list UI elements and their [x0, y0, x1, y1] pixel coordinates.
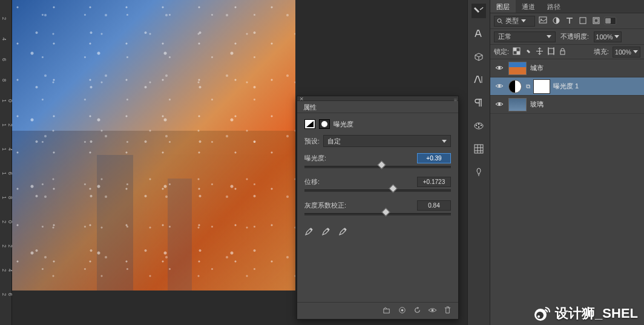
svg-point-33 — [498, 85, 501, 87]
visibility-toggle[interactable] — [494, 65, 505, 72]
opacity-dropdown[interactable]: 100% — [594, 31, 622, 42]
blend-mode-dropdown[interactable]: 正常 — [494, 31, 556, 42]
svg-point-36 — [536, 312, 544, 319]
chevron-down-icon — [547, 35, 551, 38]
weibo-logo-icon — [533, 304, 551, 323]
chevron-down-icon — [442, 140, 447, 143]
svg-point-37 — [537, 315, 540, 318]
chevron-down-icon — [521, 19, 526, 22]
svg-rect-11 — [475, 145, 483, 153]
lock-label: 锁定: — [494, 48, 509, 56]
tab-channels[interactable]: 通道 — [516, 0, 541, 13]
filter-type-icon[interactable] — [565, 16, 574, 26]
layer-name-label: 曝光度 1 — [553, 82, 579, 91]
lock-artboard-icon[interactable] — [547, 47, 555, 56]
eyedropper-gray-icon[interactable] — [321, 226, 331, 237]
layer-name-label: 玻璃 — [530, 100, 544, 109]
visibility-toggle[interactable] — [494, 101, 505, 108]
swatches-icon[interactable] — [472, 119, 486, 133]
layer-thumbnail — [508, 98, 527, 111]
filter-type-dropdown[interactable]: 类型 — [494, 16, 535, 27]
svg-point-32 — [498, 67, 501, 69]
eyedropper-black-icon[interactable] — [304, 226, 314, 237]
gamma-slider[interactable] — [304, 213, 451, 215]
svg-rect-31 — [560, 51, 565, 54]
svg-point-10 — [478, 126, 479, 128]
layer-thumbnail — [508, 62, 527, 75]
delete-icon[interactable] — [443, 306, 452, 316]
gamma-input[interactable] — [417, 200, 451, 211]
layer-row[interactable]: 城市 — [490, 59, 644, 77]
tips-icon[interactable] — [472, 165, 486, 179]
filter-shape-icon[interactable] — [579, 16, 587, 26]
view-previous-icon[interactable] — [398, 306, 407, 316]
layers-panel: 图层 通道 路径 类型 正常 不透明度: 100% 锁定: — [490, 0, 644, 325]
lock-position-icon[interactable] — [536, 47, 544, 56]
link-icon: ⧉ — [525, 83, 530, 90]
lock-transparent-icon[interactable] — [513, 47, 521, 56]
layer-row[interactable]: ⧉ 曝光度 1 — [490, 77, 644, 96]
filter-pixel-icon[interactable] — [539, 16, 547, 26]
exposure-slider-label: 曝光度: — [304, 154, 326, 163]
filter-adjust-icon[interactable] — [552, 16, 560, 26]
3d-tool-icon[interactable] — [472, 50, 486, 64]
chevron-down-icon — [614, 35, 619, 38]
canvas-document[interactable] — [12, 0, 295, 291]
layer-name-label: 城市 — [530, 64, 544, 73]
lock-pixels-icon[interactable] — [524, 47, 532, 56]
svg-point-3 — [401, 309, 404, 312]
grid-icon[interactable] — [472, 142, 486, 156]
layer-mask-icon — [319, 119, 330, 129]
layer-row[interactable]: 玻璃 — [490, 96, 644, 114]
svg-rect-26 — [513, 48, 517, 51]
fill-dropdown[interactable]: 100% — [613, 47, 640, 57]
eyedropper-white-icon[interactable] — [338, 226, 348, 237]
lock-all-icon[interactable] — [559, 47, 567, 56]
toggle-visibility-icon[interactable] — [428, 306, 437, 316]
align-left-icon[interactable] — [472, 73, 486, 87]
filter-smart-icon[interactable] — [592, 16, 600, 26]
svg-rect-27 — [516, 51, 520, 55]
svg-point-8 — [478, 123, 479, 125]
close-icon[interactable]: × — [300, 95, 303, 102]
watermark: 设计狮_SHEL — [533, 304, 638, 323]
tab-layers[interactable]: 图层 — [490, 0, 516, 13]
svg-line-18 — [501, 22, 503, 24]
tab-paths[interactable]: 路径 — [541, 0, 567, 13]
exposure-slider[interactable] — [304, 166, 451, 168]
preset-dropdown[interactable]: 自定 — [323, 135, 451, 147]
clip-to-layer-icon[interactable] — [383, 306, 392, 316]
panel-grip-icon[interactable]: ≡ — [454, 97, 456, 103]
offset-slider-label: 位移: — [304, 177, 320, 186]
mask-thumbnail — [534, 80, 550, 93]
actions-tool-icon[interactable] — [472, 4, 486, 18]
svg-point-17 — [498, 19, 501, 22]
svg-point-4 — [432, 309, 434, 312]
svg-rect-1 — [384, 309, 389, 314]
exposure-adjustment-icon — [304, 119, 315, 129]
fill-label: 填充: — [594, 48, 609, 56]
visibility-toggle[interactable] — [494, 83, 505, 90]
svg-point-9 — [481, 125, 482, 126]
svg-rect-24 — [594, 19, 598, 22]
filter-toggle[interactable] — [604, 17, 616, 25]
chevron-down-icon — [633, 50, 638, 53]
panel-dock-strip — [467, 0, 490, 325]
properties-panel: × ≡ 属性 曝光度 预设: 自定 曝光度: 位移: — [297, 96, 459, 320]
preset-label: 预设: — [304, 137, 320, 146]
offset-input[interactable] — [417, 177, 451, 187]
offset-slider[interactable] — [304, 189, 451, 192]
character-tool-icon[interactable] — [472, 27, 486, 41]
search-icon — [497, 18, 503, 24]
svg-point-34 — [498, 103, 501, 105]
svg-rect-28 — [548, 48, 554, 54]
adjustment-type-label: 曝光度 — [334, 120, 353, 129]
ruler-vertical: 24 68 1012 1416 1820 2224 26 — [0, 0, 12, 325]
opacity-label: 不透明度: — [560, 33, 589, 41]
svg-point-7 — [476, 125, 477, 126]
paragraph-icon[interactable] — [472, 96, 486, 110]
exposure-input[interactable] — [417, 153, 451, 163]
reset-icon[interactable] — [413, 306, 422, 316]
adjustment-thumbnail — [508, 80, 522, 93]
gamma-slider-label: 灰度系数校正: — [304, 201, 346, 210]
